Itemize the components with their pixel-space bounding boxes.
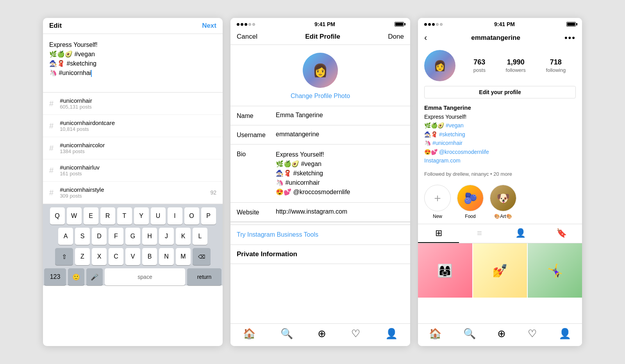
search-icon[interactable]: 🔍 <box>280 328 293 340</box>
private-info-section[interactable]: Private Information <box>230 245 410 264</box>
key-x[interactable]: X <box>92 248 107 265</box>
search-icon[interactable]: 🔍 <box>463 328 476 340</box>
photo-cell-1[interactable]: 👩‍👩‍👧 <box>418 243 472 298</box>
key-h[interactable]: H <box>142 228 157 245</box>
hashtag-item[interactable]: # #unicornhairluv 161 posts <box>43 159 223 182</box>
hashtag-posts: 605,131 posts <box>60 104 92 110</box>
list-tab[interactable]: ≡ <box>459 224 500 243</box>
key-n[interactable]: N <box>159 248 174 265</box>
shift-key[interactable]: ⇧ <box>55 248 73 265</box>
tagged-tab[interactable]: 👤 <box>500 224 541 243</box>
following-label: following <box>546 67 566 73</box>
caption-area[interactable]: Express Yourself! 🌿🍏🥑 #vegan 🧙🏻‍♀️🧣 #ske… <box>43 34 223 93</box>
home-icon[interactable]: 🏠 <box>429 328 441 340</box>
signal-dots <box>237 23 255 26</box>
key-j[interactable]: J <box>159 228 174 245</box>
key-p[interactable]: P <box>201 207 216 225</box>
key-f[interactable]: F <box>109 228 123 245</box>
hash-icon: # <box>49 188 54 197</box>
hashtag-name: #unicornhair <box>60 97 92 104</box>
key-s[interactable]: S <box>75 228 90 245</box>
key-k[interactable]: K <box>176 228 191 245</box>
name-value[interactable]: Emma Tangerine <box>276 112 404 119</box>
change-photo-button[interactable]: Change Profile Photo <box>291 93 350 100</box>
key-d[interactable]: D <box>92 228 107 245</box>
bio-field[interactable]: Bio Express Yourself! 🌿🍏🥑 #vegan 🧙🏻‍♀️🧣 … <box>230 145 410 203</box>
highlight-art[interactable]: 🐶 🎨Art🎨 <box>490 185 516 219</box>
key-b[interactable]: B <box>142 248 157 265</box>
profile-icon[interactable]: 👤 <box>559 328 571 340</box>
name-field[interactable]: Name Emma Tangerine <box>230 106 410 125</box>
grid-tab[interactable]: ⊞ <box>418 224 459 243</box>
bio-line-1: Express Yourself! <box>276 150 404 159</box>
key-l[interactable]: L <box>193 228 207 245</box>
key-u[interactable]: U <box>151 207 166 225</box>
key-m[interactable]: M <box>176 248 191 265</box>
private-info-title: Private Information <box>237 250 297 258</box>
posts-label: posts <box>473 67 486 73</box>
followers-stat[interactable]: 1,990 followers <box>506 58 526 73</box>
num-key[interactable]: 123 <box>44 268 66 285</box>
key-z[interactable]: Z <box>75 248 90 265</box>
hashtag-item[interactable]: # #unicornhairdontcare 10,814 posts <box>43 115 223 137</box>
website-label: Website <box>237 208 276 216</box>
hashtag-item[interactable]: # #unicornhaircolor 1384 posts <box>43 137 223 159</box>
key-a[interactable]: A <box>58 228 73 245</box>
bio-value[interactable]: Express Yourself! 🌿🍏🥑 #vegan 🧙🏻‍♀️🧣 #ske… <box>276 150 404 197</box>
posts-stat: 763 posts <box>473 58 486 73</box>
photo-cell-2[interactable]: 💅 <box>473 243 527 298</box>
caption-line-4: 🦄 #unicornhai <box>49 68 216 78</box>
key-r[interactable]: R <box>100 207 115 225</box>
add-icon[interactable]: ⊕ <box>318 328 326 340</box>
cancel-button[interactable]: Cancel <box>237 33 257 41</box>
hashtag-item[interactable]: # #unicornhair 605,131 posts <box>43 93 223 115</box>
website-value[interactable]: http://www.instagram.com <box>276 208 404 215</box>
done-button[interactable]: Done <box>388 33 404 41</box>
key-e[interactable]: E <box>84 207 98 225</box>
profile-icon[interactable]: 👤 <box>385 328 398 340</box>
dot-2 <box>428 23 431 26</box>
username-value[interactable]: emmatangerine <box>276 131 404 138</box>
edit-profile-button[interactable]: Edit your profile <box>424 86 576 98</box>
profile-info-section: 👩 763 posts 1,990 followers 718 followin… <box>418 47 582 86</box>
heart-icon[interactable]: ♡ <box>351 328 360 340</box>
space-key[interactable]: space <box>105 268 185 285</box>
key-t[interactable]: T <box>117 207 132 225</box>
highlight-new[interactable]: ＋ New <box>424 185 451 219</box>
highlight-food[interactable]: 🫐 Food <box>457 185 484 219</box>
home-icon[interactable]: 🏠 <box>243 328 255 340</box>
key-o[interactable]: O <box>184 207 199 225</box>
key-i[interactable]: I <box>168 207 182 225</box>
key-w[interactable]: W <box>67 207 82 225</box>
dot-5 <box>252 23 255 26</box>
key-q[interactable]: Q <box>50 207 65 225</box>
bio-tagline: Express Yourself! <box>424 112 576 121</box>
profile-tabs: ⊞ ≡ 👤 🔖 <box>418 224 582 243</box>
back-button[interactable]: ‹ <box>424 33 427 43</box>
delete-key[interactable]: ⌫ <box>193 248 211 265</box>
username-field[interactable]: Username emmatangerine <box>230 125 410 145</box>
more-button[interactable]: ••• <box>564 33 576 43</box>
next-button[interactable]: Next <box>202 22 216 30</box>
key-c[interactable]: C <box>109 248 123 265</box>
hashtag-item[interactable]: # #unicornhairstyle 309 posts 92 <box>43 182 223 204</box>
mic-key[interactable]: 🎤 <box>86 268 103 285</box>
saved-tab[interactable]: 🔖 <box>541 224 582 243</box>
following-stat[interactable]: 718 following <box>546 58 566 73</box>
website-field[interactable]: Website http://www.instagram.com <box>230 203 410 222</box>
key-v[interactable]: V <box>125 248 140 265</box>
hashtag-name: #unicornhairluv <box>60 164 100 171</box>
business-tools-link[interactable]: Try Instagram Business Tools <box>237 231 318 238</box>
photo-cell-3[interactable]: 🤸‍♀️ <box>528 243 582 298</box>
bio-line-kroccos: 😍💕 @kroccosmodernlife <box>424 148 576 156</box>
bio-name: Emma Tangerine <box>424 103 576 112</box>
bio-website-link[interactable]: Instagram.com <box>424 156 576 165</box>
key-y[interactable]: Y <box>134 207 149 225</box>
emoji-key[interactable]: 🙂 <box>68 268 84 285</box>
bio-line-unicorn: 🦄 #unicornhair <box>424 139 576 147</box>
return-key[interactable]: return <box>187 268 221 285</box>
heart-icon[interactable]: ♡ <box>528 328 537 340</box>
keyboard-row-3: ⇧ Z X C V B N M ⌫ <box>44 248 221 265</box>
add-icon[interactable]: ⊕ <box>497 328 506 340</box>
key-g[interactable]: G <box>125 228 140 245</box>
